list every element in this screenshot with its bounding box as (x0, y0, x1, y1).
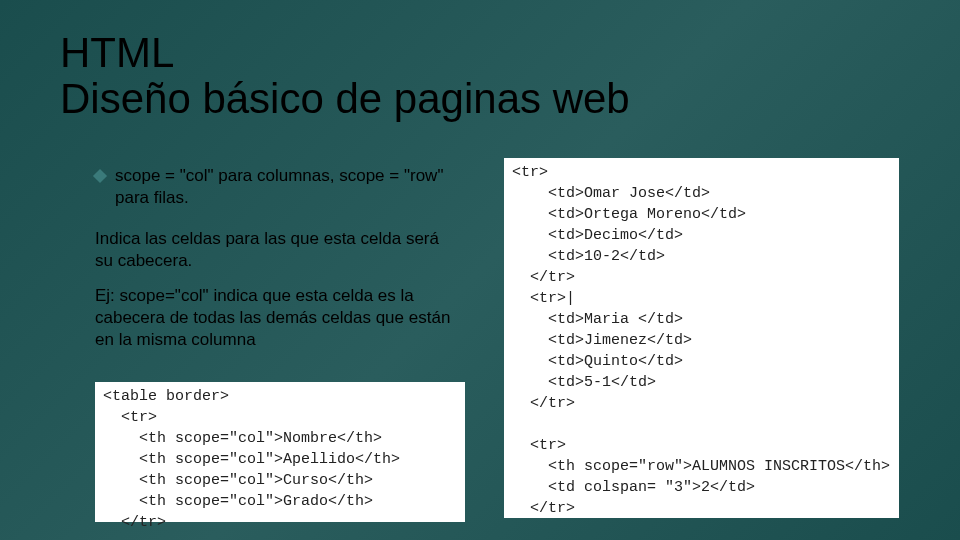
code-snippet-table-header: <table border> <tr> <th scope="col">Nomb… (95, 382, 465, 522)
bullet-item: scope = "col" para columnas, scope = "ro… (95, 165, 455, 209)
title-line-2: Diseño básico de paginas web (60, 76, 630, 122)
title-line-1: HTML (60, 30, 630, 76)
paragraph-1: Indica las celdas para las que esta celd… (95, 228, 455, 272)
diamond-bullet-icon (93, 169, 107, 183)
bullet-text: scope = "col" para columnas, scope = "ro… (115, 165, 455, 209)
bullet-list: scope = "col" para columnas, scope = "ro… (95, 165, 455, 209)
code-snippet-table-rows: <tr> <td>Omar Jose</td> <td>Ortega Moren… (504, 158, 899, 518)
slide-title: HTML Diseño básico de paginas web (60, 30, 630, 122)
paragraph-2: Ej: scope="col" indica que esta celda es… (95, 285, 455, 351)
